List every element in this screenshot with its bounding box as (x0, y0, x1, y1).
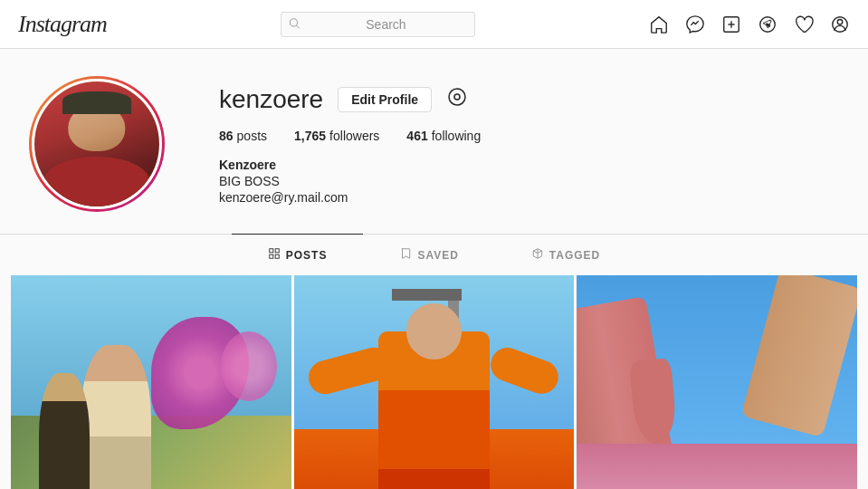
photos-grid (11, 275, 857, 489)
header-nav (649, 14, 850, 34)
avatar-wrapper (29, 76, 165, 212)
posts-count: 86 (219, 129, 234, 143)
tab-saved-label: SAVED (417, 249, 458, 262)
posts-label: posts (237, 129, 267, 143)
tab-saved[interactable]: SAVED (363, 234, 494, 275)
followers-label: followers (329, 129, 379, 143)
edit-profile-button[interactable]: Edit Profile (338, 87, 432, 112)
tab-posts[interactable]: POSTS (232, 234, 364, 275)
following-stat[interactable]: 461 following (406, 129, 481, 143)
following-count: 461 (406, 129, 427, 143)
search-icon (288, 16, 300, 32)
settings-icon[interactable] (446, 86, 468, 113)
svg-rect-11 (269, 249, 272, 253)
profile-container: kenzoere Edit Profile 86 posts 1,765 fol… (11, 49, 857, 234)
svg-point-10 (454, 94, 460, 100)
profile-username: kenzoere (219, 85, 323, 114)
messenger-icon[interactable] (685, 14, 705, 34)
svg-rect-13 (269, 254, 272, 258)
profile-icon[interactable] (830, 14, 850, 34)
photo-item[interactable] (11, 275, 291, 489)
svg-rect-14 (275, 254, 279, 258)
photo-item[interactable] (577, 275, 857, 489)
bio-line2: kenzoere@ry.mail.com (219, 190, 839, 205)
home-icon[interactable] (649, 14, 669, 34)
photo-item[interactable] (294, 275, 575, 489)
tab-tagged-label: TAGGED (549, 249, 600, 262)
bio-name: Kenzoere (219, 158, 839, 172)
svg-rect-12 (275, 249, 279, 253)
profile-stats: 86 posts 1,765 followers 461 following (219, 129, 839, 143)
following-label: following (432, 129, 481, 143)
svg-point-9 (449, 89, 465, 105)
followers-count: 1,765 (294, 129, 326, 143)
followers-stat[interactable]: 1,765 followers (294, 129, 379, 143)
svg-line-1 (297, 25, 300, 28)
tab-tagged[interactable]: TAGGED (495, 234, 636, 275)
tagged-tab-icon (531, 247, 544, 263)
avatar-inner (32, 79, 162, 209)
search-input[interactable] (281, 12, 475, 37)
svg-point-0 (290, 18, 297, 25)
profile-tabs: POSTS SAVED TAGGED (11, 235, 857, 275)
avatar (29, 76, 165, 212)
profile-header: kenzoere Edit Profile 86 posts 1,765 fol… (29, 76, 839, 234)
instagram-logo: Instagram (18, 11, 107, 38)
heart-icon[interactable] (794, 14, 814, 34)
svg-point-8 (837, 19, 843, 24)
search-container (281, 12, 475, 37)
app-header: Instagram (0, 0, 868, 49)
tab-posts-label: POSTS (286, 249, 328, 262)
saved-tab-icon (399, 247, 412, 263)
profile-top-row: kenzoere Edit Profile (219, 85, 839, 114)
profile-bio: Kenzoere BIG BOSS kenzoere@ry.mail.com (219, 158, 839, 205)
bio-line1: BIG BOSS (219, 174, 839, 188)
add-post-icon[interactable] (721, 14, 741, 34)
posts-tab-icon (268, 247, 281, 263)
posts-stat: 86 posts (219, 129, 267, 143)
explore-icon[interactable] (758, 14, 777, 34)
profile-info: kenzoere Edit Profile 86 posts 1,765 fol… (219, 76, 839, 205)
